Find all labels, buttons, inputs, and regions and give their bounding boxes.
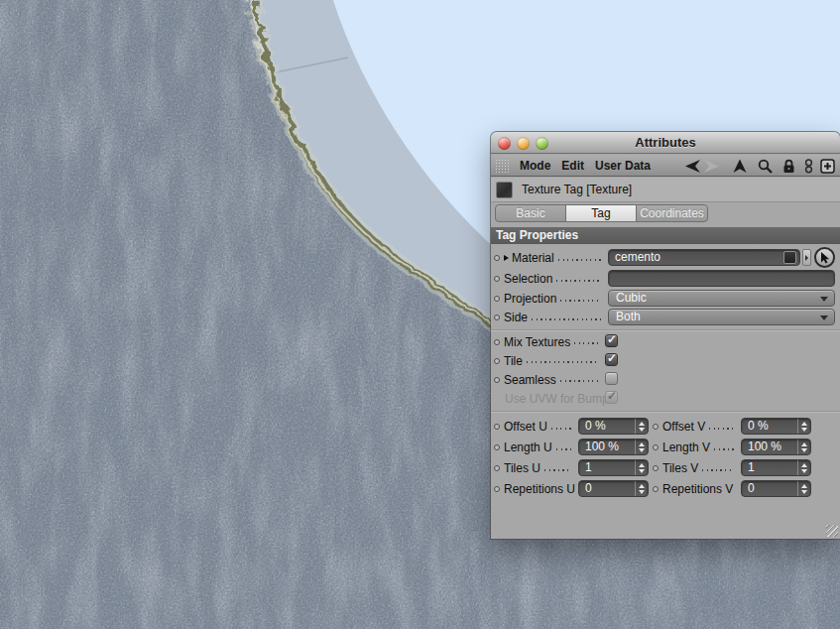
stepper-icon[interactable] <box>797 481 810 496</box>
tile-checkbox[interactable] <box>605 353 618 366</box>
use-uvw-checkbox <box>605 391 618 404</box>
cursor-arrow-icon <box>818 251 831 264</box>
row-repetitions: Repetitions U 0 Repetitions V 0 <box>494 479 837 498</box>
selection-label: Selection <box>504 272 552 286</box>
material-menu-button[interactable] <box>802 249 811 266</box>
menu-bar: Mode Edit User Data <box>491 155 840 177</box>
anim-dot[interactable] <box>494 465 500 471</box>
side-select[interactable]: Both <box>608 309 835 325</box>
tiles-v-input[interactable]: 1 <box>741 459 811 476</box>
length-v-input[interactable]: 100 % <box>741 439 811 455</box>
dot-leader <box>532 318 601 320</box>
history-back-icon[interactable] <box>684 159 701 174</box>
row-use-uvw: Use UVW for Bump <box>494 390 837 407</box>
offset-u-input[interactable]: 0 % <box>578 418 649 435</box>
anim-dot[interactable] <box>494 296 500 302</box>
menu-user-data[interactable]: User Data <box>595 159 651 173</box>
tiles-u-input[interactable]: 1 <box>578 459 649 476</box>
dot-leader <box>714 448 734 450</box>
resize-grip[interactable] <box>826 525 838 537</box>
anim-dot[interactable] <box>494 314 500 320</box>
parent-up-icon[interactable] <box>733 159 747 174</box>
dot-leader <box>556 448 571 450</box>
title-bar[interactable]: Attributes <box>491 132 840 154</box>
row-projection: Projection Cubic <box>494 289 837 308</box>
dot-leader <box>560 380 599 382</box>
row-material: Material cemento <box>494 248 837 267</box>
anim-dot[interactable] <box>653 486 659 492</box>
lock-icon[interactable] <box>782 159 795 174</box>
seamless-checkbox[interactable] <box>605 372 618 385</box>
object-row[interactable]: Texture Tag [Texture] <box>491 178 840 202</box>
dot-leader <box>544 469 571 471</box>
attributes-window: Attributes Mode Edit User Data <box>491 132 840 539</box>
selection-field[interactable] <box>608 270 835 287</box>
stepper-icon[interactable] <box>797 440 810 454</box>
object-label: Texture Tag [Texture] <box>522 183 632 196</box>
dot-leader <box>702 469 734 471</box>
row-mix-textures: Mix Textures <box>494 333 837 350</box>
stepper-icon[interactable] <box>635 460 648 475</box>
length-u-input[interactable]: 100 % <box>578 439 649 455</box>
stepper-icon[interactable] <box>797 419 810 434</box>
anim-dot[interactable] <box>653 444 659 450</box>
stepper-icon[interactable] <box>635 440 648 454</box>
close-button[interactable] <box>498 137 511 150</box>
section-header: Tag Properties <box>491 227 840 244</box>
dot-leader <box>556 280 601 282</box>
pick-material-button[interactable] <box>814 247 835 268</box>
add-panel-icon[interactable] <box>820 159 835 174</box>
filter-eight-icon[interactable] <box>804 159 813 174</box>
chevron-down-icon <box>820 297 828 302</box>
row-tiles: Tiles U 1 Tiles V 1 <box>494 458 837 477</box>
row-length: Length U 100 % Length V 100 % <box>494 438 837 456</box>
stepper-icon[interactable] <box>635 481 648 496</box>
repetitions-v-input[interactable]: 0 <box>741 480 811 497</box>
tab-tag[interactable]: Tag <box>565 204 637 222</box>
texture-tag-icon <box>496 182 513 198</box>
row-tile: Tile <box>494 352 837 369</box>
dot-leader <box>560 300 601 302</box>
repetitions-u-input[interactable]: 0 <box>578 480 649 497</box>
dot-leader <box>527 361 599 363</box>
minimize-button[interactable] <box>517 137 530 150</box>
row-seamless: Seamless <box>494 371 837 388</box>
anim-dot[interactable] <box>494 444 500 450</box>
stepper-icon[interactable] <box>797 460 810 475</box>
anim-dot[interactable] <box>653 465 659 471</box>
dot-leader <box>551 428 571 430</box>
screen: Attributes Mode Edit User Data <box>0 0 840 629</box>
mix-textures-checkbox[interactable] <box>605 334 618 347</box>
anim-dot[interactable] <box>494 377 500 383</box>
zoom-button[interactable] <box>536 137 548 150</box>
side-label: Side <box>504 311 528 324</box>
anim-dot[interactable] <box>494 276 500 282</box>
chevron-down-icon <box>820 315 828 320</box>
separator <box>491 329 840 331</box>
material-label: Material <box>512 251 554 265</box>
row-side: Side Both <box>494 308 837 326</box>
menu-edit[interactable]: Edit <box>561 159 584 173</box>
stepper-icon[interactable] <box>635 419 648 434</box>
search-icon[interactable] <box>758 159 773 174</box>
drag-grip-icon[interactable] <box>495 159 509 173</box>
anim-dot[interactable] <box>494 424 500 430</box>
projection-select[interactable]: Cubic <box>608 290 835 307</box>
anim-dot[interactable] <box>653 424 659 430</box>
anim-dot[interactable] <box>494 358 500 364</box>
menu-mode[interactable]: Mode <box>520 159 550 173</box>
anim-dot[interactable] <box>494 255 500 261</box>
anim-dot[interactable] <box>494 486 500 492</box>
history-forward-icon[interactable] <box>703 159 720 174</box>
offset-v-input[interactable]: 0 % <box>741 418 811 435</box>
material-field[interactable]: cemento <box>608 249 800 266</box>
material-preview-thumbnail[interactable] <box>783 251 796 264</box>
tab-coordinates[interactable]: Coordinates <box>636 204 708 222</box>
tab-basic[interactable]: Basic <box>495 204 566 222</box>
anim-dot[interactable] <box>494 339 500 345</box>
dot-leader <box>709 428 734 430</box>
dot-leader <box>574 342 599 344</box>
dot-leader <box>558 259 601 261</box>
row-selection: Selection <box>494 269 837 288</box>
disclosure-triangle-icon[interactable] <box>504 255 509 261</box>
